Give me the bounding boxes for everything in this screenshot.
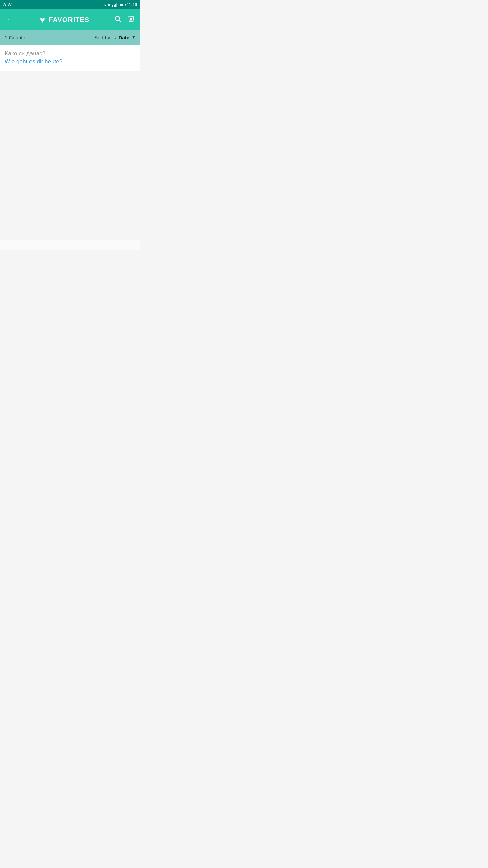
battery-icon	[119, 3, 125, 6]
sort-label: Sort by:	[94, 35, 112, 40]
original-text: Како си данас?	[5, 50, 136, 57]
search-button[interactable]	[114, 15, 121, 24]
chevron-down-icon[interactable]: ▼	[131, 35, 136, 40]
sort-controls[interactable]: Sort by: ↓ Date ▼	[94, 34, 136, 40]
app-bar-center: ♥ FAVORITES	[40, 15, 89, 25]
app-bar-left: ←	[5, 14, 16, 25]
status-bar-left: N N	[3, 2, 11, 7]
status-bar-right: LTE 11:16	[104, 2, 137, 7]
list-item[interactable]: Како си данас? Wie geht es dir heute?	[0, 45, 140, 71]
notification-icon-2: N	[8, 2, 12, 7]
delete-button[interactable]	[127, 15, 135, 24]
status-bar: N N LTE 11:16	[0, 0, 140, 9]
content-area: Како си данас? Wie geht es dir heute?	[0, 45, 140, 250]
lte-indicator: LTE	[104, 3, 110, 6]
sort-value: Date	[119, 35, 130, 40]
back-button[interactable]: ←	[5, 14, 16, 25]
heart-icon: ♥	[40, 15, 45, 25]
sort-direction-icon: ↓	[114, 34, 117, 40]
notification-icon-1: N	[3, 2, 6, 7]
app-bar: ← ♥ FAVORITES	[0, 9, 140, 30]
sort-bar: 1 Counter Sort by: ↓ Date ▼	[0, 30, 140, 45]
clock: 11:16	[127, 2, 137, 7]
item-counter: 1 Counter	[5, 35, 27, 40]
svg-line-1	[119, 20, 121, 22]
page-title: FAVORITES	[48, 16, 89, 24]
empty-space	[0, 71, 140, 240]
app-bar-right	[114, 15, 135, 24]
translated-text: Wie geht es dir heute?	[5, 58, 136, 65]
signal-icon	[112, 3, 117, 7]
